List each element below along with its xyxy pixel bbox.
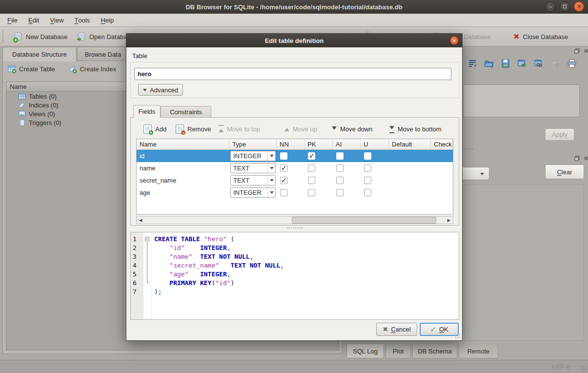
link-icon[interactable] — [534, 59, 544, 68]
open-database-button[interactable]: Open Database — [77, 30, 134, 43]
tab-constraints[interactable]: Constraints — [161, 106, 211, 118]
type-combobox[interactable]: TEXT — [230, 163, 276, 173]
field-row-name[interactable]: name TEXT — [137, 162, 453, 174]
maximize-icon[interactable] — [560, 1, 570, 12]
nn-checkbox[interactable] — [280, 177, 287, 184]
tab-database-structure[interactable]: Database Structure — [2, 47, 77, 62]
dialog-titlebar[interactable]: Edit table definition ✕ — [126, 34, 462, 47]
type-combobox[interactable]: INTEGER — [230, 151, 276, 161]
u-checkbox[interactable] — [364, 189, 371, 196]
nn-checkbox[interactable] — [280, 165, 287, 172]
dock-close-icon[interactable]: ✕ — [583, 155, 588, 161]
move-up-button[interactable]: Move up — [284, 123, 317, 135]
default-cell[interactable] — [389, 162, 431, 174]
pk-checkbox[interactable] — [308, 165, 315, 172]
default-cell[interactable] — [389, 174, 431, 186]
scroll-left-icon[interactable]: ◀ — [137, 217, 144, 224]
menu-help[interactable]: Help — [95, 14, 119, 26]
table-name-input[interactable] — [134, 68, 451, 80]
menu-edit[interactable]: Edit — [23, 14, 44, 26]
dialog-close-icon[interactable]: ✕ — [450, 36, 459, 45]
tab-remote[interactable]: Remote — [459, 344, 498, 358]
dialog-resize-grip[interactable] — [455, 333, 461, 339]
u-checkbox[interactable] — [364, 152, 371, 160]
dock-float-icon[interactable] — [574, 48, 580, 54]
fold-collapse-icon[interactable] — [145, 237, 149, 241]
sql-preview[interactable]: 1234567 CREATE TABLE "hero" ( "id" INTEG… — [130, 232, 459, 320]
advanced-toggle-button[interactable]: Advanced — [138, 84, 183, 96]
check-cell[interactable] — [431, 186, 453, 199]
close-database-button[interactable]: ✖ Close Database — [513, 30, 568, 43]
check-cell[interactable] — [431, 150, 453, 162]
apply-button[interactable]: Apply — [545, 128, 574, 141]
tab-fields[interactable]: Fields — [133, 105, 161, 118]
fields-horizontal-scrollbar[interactable]: ◀ ▶ — [136, 216, 453, 224]
pk-checkbox[interactable] — [308, 177, 315, 184]
ai-checkbox[interactable] — [336, 165, 344, 172]
pk-checkbox[interactable] — [308, 152, 315, 160]
field-row-secret-name[interactable]: secret_name TEXT — [137, 174, 453, 186]
print-icon[interactable] — [567, 59, 577, 68]
menu-tools[interactable]: Tools — [69, 14, 96, 26]
chevron-down-icon — [267, 151, 275, 161]
scrollbar-thumb[interactable] — [292, 217, 436, 224]
remove-field-button[interactable]: - Remove — [176, 123, 211, 135]
new-database-button[interactable]: New Database — [14, 30, 67, 43]
menu-file[interactable]: File — [2, 14, 23, 26]
pk-checkbox[interactable] — [308, 189, 315, 196]
ok-icon: ✓ — [430, 325, 436, 334]
move-down-button[interactable]: Move down — [332, 123, 372, 135]
dock-close-icon[interactable]: ✕ — [583, 48, 588, 54]
cancel-button[interactable]: ✖ Cancel — [376, 323, 417, 336]
encoding-label: UTF-8 — [552, 363, 570, 371]
tab-sql-log[interactable]: SQL Log — [346, 344, 384, 358]
fields-table-header[interactable]: Name Type NN PK AI U Default Check — [137, 139, 453, 150]
dialog-title: Edit table definition — [265, 37, 324, 44]
set-null-icon[interactable] — [550, 59, 560, 68]
default-cell[interactable] — [389, 150, 431, 162]
close-icon[interactable]: ✕ — [574, 1, 584, 12]
ai-checkbox[interactable] — [336, 152, 344, 160]
remove-icon: - — [176, 124, 184, 134]
resize-grip[interactable] — [581, 366, 587, 372]
ai-checkbox[interactable] — [336, 189, 344, 196]
check-cell[interactable] — [431, 174, 453, 186]
new-database-icon — [14, 32, 22, 41]
create-index-button[interactable]: Create Index — [68, 65, 116, 73]
import-icon[interactable] — [484, 59, 494, 68]
move-to-top-button[interactable]: Move to top — [219, 123, 260, 135]
scroll-right-icon[interactable]: ▶ — [445, 217, 453, 224]
cell-editor-area[interactable] — [463, 84, 580, 117]
field-row-id[interactable]: id INTEGER — [137, 150, 453, 162]
ok-button[interactable]: ✓ OK — [420, 323, 459, 336]
window-titlebar[interactable]: DB Browser for SQLite - /home/user/code/… — [0, 0, 588, 14]
u-checkbox[interactable] — [364, 165, 371, 172]
nn-checkbox[interactable] — [280, 152, 287, 160]
nn-checkbox[interactable] — [280, 189, 287, 196]
type-combobox[interactable]: INTEGER — [230, 187, 276, 198]
chevron-down-icon — [143, 89, 147, 93]
create-table-button[interactable]: Create Table — [8, 65, 55, 73]
sql-log-area[interactable] — [464, 185, 584, 341]
minimize-icon[interactable]: – — [546, 1, 556, 12]
default-cell[interactable] — [389, 186, 431, 199]
check-cell[interactable] — [431, 162, 453, 174]
dialog-splitter-handle[interactable] — [287, 228, 303, 229]
toolbar-drag-handle[interactable] — [2, 30, 4, 43]
field-row-age[interactable]: age INTEGER — [137, 186, 453, 199]
menu-view[interactable]: View — [44, 14, 69, 26]
sql-fold-column — [143, 232, 152, 319]
word-wrap-icon[interactable] — [467, 59, 477, 68]
ai-checkbox[interactable] — [336, 177, 344, 184]
add-field-button[interactable]: + Add — [143, 123, 166, 135]
tab-plot[interactable]: Plot — [385, 344, 411, 358]
tab-db-schema[interactable]: DB Schema — [412, 344, 457, 358]
u-checkbox[interactable] — [364, 177, 371, 184]
clear-log-button[interactable]: Clear — [545, 165, 584, 179]
export-icon[interactable] — [517, 59, 527, 68]
save-icon[interactable] — [501, 59, 510, 68]
tab-browse-data[interactable]: Browse Data — [77, 47, 129, 61]
type-combobox[interactable]: TEXT — [230, 175, 276, 186]
move-to-bottom-button[interactable]: Move to bottom — [389, 123, 442, 135]
dock-float-icon[interactable] — [574, 155, 580, 161]
